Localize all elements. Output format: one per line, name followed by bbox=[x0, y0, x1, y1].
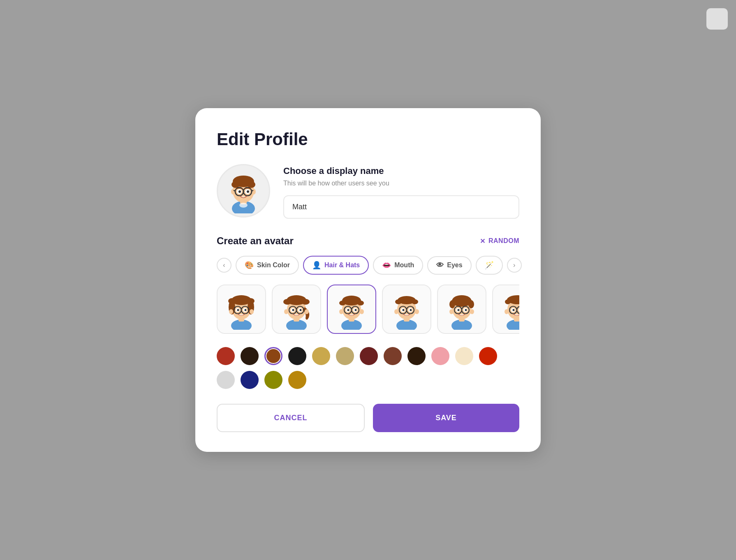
svg-point-14 bbox=[238, 190, 241, 193]
mouth-icon: 👄 bbox=[382, 261, 391, 270]
avatar-option-5[interactable] bbox=[437, 285, 486, 334]
color-swatch-15[interactable] bbox=[264, 371, 282, 389]
svg-point-32 bbox=[245, 309, 247, 311]
avatar-options-grid bbox=[217, 285, 519, 339]
svg-point-45 bbox=[292, 309, 294, 311]
color-swatch-11[interactable] bbox=[455, 347, 473, 365]
svg-point-8 bbox=[252, 189, 256, 194]
svg-point-67 bbox=[394, 309, 398, 314]
eyes-icon: 👁 bbox=[436, 261, 444, 270]
svg-point-79 bbox=[449, 300, 455, 308]
svg-point-7 bbox=[231, 189, 235, 194]
random-button[interactable]: ✕ RANDOM bbox=[480, 237, 520, 245]
svg-point-68 bbox=[415, 309, 419, 314]
svg-point-6 bbox=[247, 181, 255, 188]
color-swatch-10[interactable] bbox=[431, 347, 449, 365]
avatar-preview bbox=[217, 164, 270, 218]
color-swatch-3[interactable] bbox=[264, 347, 282, 365]
tab-extras[interactable]: 🪄 bbox=[476, 256, 503, 275]
svg-point-40 bbox=[305, 309, 309, 314]
tabs-prev-arrow[interactable]: ‹ bbox=[217, 258, 231, 273]
svg-point-101 bbox=[513, 309, 515, 311]
color-swatch-4[interactable] bbox=[288, 347, 306, 365]
svg-point-2 bbox=[239, 203, 248, 208]
corner-button[interactable] bbox=[706, 8, 728, 30]
shuffle-icon: ✕ bbox=[480, 237, 486, 245]
color-swatch-7[interactable] bbox=[360, 347, 378, 365]
color-swatch-16[interactable] bbox=[288, 371, 306, 389]
display-name-section: Choose a display name This will be how o… bbox=[217, 164, 519, 219]
color-swatch-1[interactable] bbox=[217, 347, 235, 365]
tab-eyes[interactable]: 👁 Eyes bbox=[427, 256, 471, 275]
svg-point-5 bbox=[231, 181, 240, 188]
svg-point-94 bbox=[505, 299, 511, 304]
hair-icon: 👤 bbox=[312, 261, 321, 270]
save-button[interactable]: SAVE bbox=[373, 404, 519, 432]
svg-point-73 bbox=[403, 309, 405, 311]
hair-color-swatches bbox=[217, 347, 519, 389]
modal-title: Edit Profile bbox=[217, 130, 519, 149]
tab-eyes-label: Eyes bbox=[447, 261, 462, 269]
display-name-subtitle: This will be how other users see you bbox=[283, 180, 519, 187]
color-swatch-5[interactable] bbox=[312, 347, 330, 365]
avatar-tabs-row: ‹ 🎨 Skin Color 👤 Hair & Hats 👄 Mouth 👁 E… bbox=[217, 256, 519, 275]
svg-point-37 bbox=[283, 299, 292, 305]
tab-skin-label: Skin Color bbox=[257, 261, 290, 269]
svg-point-74 bbox=[410, 309, 412, 311]
tab-hair-label: Hair & Hats bbox=[324, 261, 360, 269]
svg-point-39 bbox=[284, 309, 288, 314]
color-swatch-8[interactable] bbox=[384, 347, 402, 365]
svg-point-95 bbox=[505, 309, 509, 314]
avatar-section-header: Create an avatar ✕ RANDOM bbox=[217, 235, 519, 247]
svg-point-22 bbox=[228, 298, 236, 304]
avatar-option-4[interactable] bbox=[382, 285, 431, 334]
tabs-next-arrow[interactable]: › bbox=[507, 258, 522, 273]
color-swatch-12[interactable] bbox=[479, 347, 497, 365]
extras-icon: 🪄 bbox=[485, 261, 494, 270]
avatar-option-3[interactable] bbox=[327, 285, 376, 334]
color-swatch-9[interactable] bbox=[407, 347, 426, 365]
svg-point-31 bbox=[237, 309, 239, 311]
tab-hair-hats[interactable]: 👤 Hair & Hats bbox=[303, 256, 369, 275]
svg-point-66 bbox=[412, 299, 418, 304]
avatar-option-2[interactable] bbox=[272, 285, 321, 334]
color-swatch-13[interactable] bbox=[217, 371, 235, 389]
svg-point-46 bbox=[300, 309, 302, 311]
svg-point-25 bbox=[250, 309, 254, 314]
random-label: RANDOM bbox=[488, 237, 519, 245]
action-buttons: CANCEL SAVE bbox=[217, 404, 519, 432]
svg-point-23 bbox=[246, 298, 255, 304]
svg-point-88 bbox=[465, 309, 467, 311]
svg-point-24 bbox=[229, 309, 233, 314]
avatar-option-1[interactable] bbox=[217, 285, 266, 334]
display-name-input[interactable] bbox=[283, 195, 519, 219]
color-swatch-6[interactable] bbox=[336, 347, 354, 365]
color-swatch-14[interactable] bbox=[241, 371, 259, 389]
tab-mouth-label: Mouth bbox=[394, 261, 414, 269]
color-swatch-2[interactable] bbox=[241, 347, 259, 365]
avatar-svg bbox=[221, 168, 266, 213]
svg-point-38 bbox=[301, 299, 310, 305]
svg-point-81 bbox=[449, 309, 454, 314]
svg-point-65 bbox=[395, 299, 402, 304]
svg-point-15 bbox=[247, 190, 249, 193]
svg-point-82 bbox=[470, 309, 474, 314]
svg-point-51 bbox=[339, 301, 346, 305]
tab-skin-color[interactable]: 🎨 Skin Color bbox=[236, 256, 299, 275]
svg-point-54 bbox=[360, 309, 364, 314]
svg-point-60 bbox=[355, 309, 357, 311]
cancel-button[interactable]: CANCEL bbox=[217, 404, 365, 432]
tab-mouth[interactable]: 👄 Mouth bbox=[373, 256, 423, 275]
edit-profile-modal: Edit Profile bbox=[195, 108, 541, 452]
svg-point-53 bbox=[339, 309, 343, 314]
svg-point-80 bbox=[468, 300, 474, 308]
avatar-option-6[interactable] bbox=[492, 285, 519, 334]
display-name-label: Choose a display name bbox=[283, 166, 519, 176]
svg-point-52 bbox=[357, 301, 364, 305]
name-input-area: Choose a display name This will be how o… bbox=[283, 164, 519, 219]
palette-icon: 🎨 bbox=[245, 261, 254, 270]
avatar-section-title: Create an avatar bbox=[217, 235, 294, 247]
svg-point-59 bbox=[347, 309, 349, 311]
svg-point-87 bbox=[458, 309, 460, 311]
